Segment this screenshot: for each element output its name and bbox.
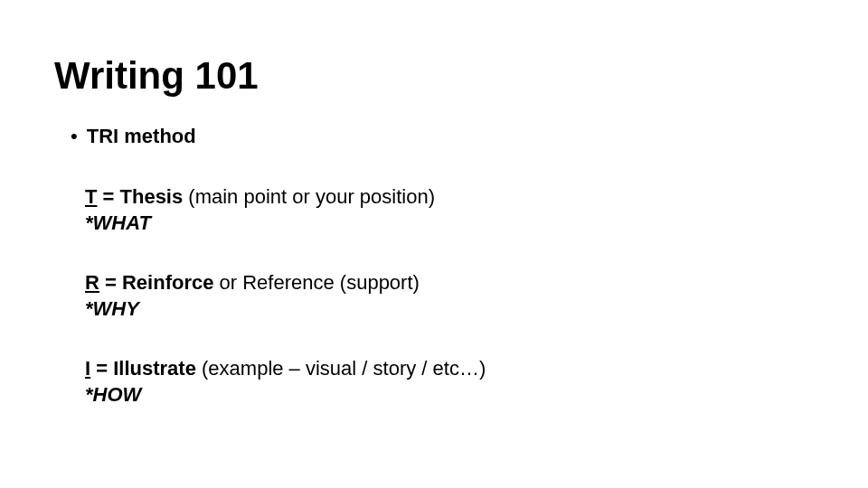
definition-line: R = Reinforce or Reference (support) (85, 270, 814, 296)
definition-label: = Reinforce (99, 271, 214, 294)
definition-desc: or Reference (support) (213, 271, 419, 294)
definition-desc: (main point or your position) (183, 185, 435, 208)
definition-t: T = Thesis (main point or your position)… (85, 184, 814, 236)
definition-letter: R (85, 271, 99, 294)
definition-tag: *WHY (85, 296, 814, 323)
bullet-marker-icon: • (71, 127, 78, 146)
definition-label: = Illustrate (90, 357, 196, 380)
definition-r: R = Reinforce or Reference (support) *WH… (85, 270, 814, 322)
definition-line: T = Thesis (main point or your position) (85, 184, 814, 211)
definition-label: = Thesis (97, 185, 183, 208)
definition-line: I = Illustrate (example – visual / story… (85, 356, 814, 382)
definition-i: I = Illustrate (example – visual / story… (85, 356, 814, 408)
definition-letter: T (85, 185, 97, 208)
definition-desc: (example – visual / story / etc…) (196, 357, 486, 380)
definition-tag: *HOW (85, 382, 814, 408)
definition-tag: *WHAT (85, 211, 814, 237)
bullet-label: TRI method (87, 125, 196, 148)
slide-title: Writing 101 (54, 54, 814, 98)
bullet-item: • TRI method (71, 125, 814, 148)
